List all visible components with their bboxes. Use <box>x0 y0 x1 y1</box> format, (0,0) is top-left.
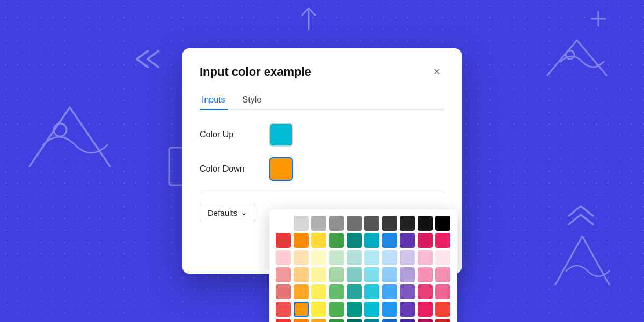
color-up-label: Color Up <box>200 130 269 140</box>
color-cell[interactable] <box>311 250 326 265</box>
color-down-label: Color Down <box>200 164 269 174</box>
color-cell[interactable] <box>418 267 433 282</box>
color-cell[interactable] <box>294 284 309 299</box>
color-cell[interactable] <box>347 284 362 299</box>
defaults-button[interactable]: Defaults ⌄ <box>200 203 255 222</box>
color-cell[interactable] <box>400 319 415 322</box>
modal-title: Input color example <box>200 65 311 79</box>
color-cell[interactable] <box>364 319 379 322</box>
color-cell[interactable] <box>382 216 397 231</box>
color-cell[interactable] <box>435 267 450 282</box>
color-cell[interactable] <box>329 267 344 282</box>
color-cell[interactable] <box>347 267 362 282</box>
color-cell[interactable] <box>400 267 415 282</box>
color-cell[interactable] <box>382 267 397 282</box>
color-picker-popup <box>269 209 457 322</box>
color-cell[interactable] <box>329 250 344 265</box>
color-cell[interactable] <box>400 302 415 317</box>
color-cell[interactable] <box>294 216 309 231</box>
color-cell[interactable] <box>418 302 433 317</box>
color-cell[interactable] <box>329 302 344 317</box>
color-cell[interactable] <box>329 233 344 248</box>
color-cell[interactable] <box>294 302 309 317</box>
color-cell[interactable] <box>276 233 291 248</box>
color-cell[interactable] <box>400 284 415 299</box>
color-grid <box>276 216 451 322</box>
color-cell[interactable] <box>435 233 450 248</box>
color-cell[interactable] <box>311 284 326 299</box>
close-button[interactable]: × <box>429 63 444 80</box>
color-cell[interactable] <box>435 302 450 317</box>
color-cell[interactable] <box>418 216 433 231</box>
color-cell[interactable] <box>364 267 379 282</box>
color-cell[interactable] <box>311 267 326 282</box>
color-cell[interactable] <box>364 216 379 231</box>
color-cell[interactable] <box>418 319 433 322</box>
color-cell[interactable] <box>347 233 362 248</box>
color-cell[interactable] <box>347 250 362 265</box>
tab-bar: Inputs Style <box>200 91 444 110</box>
color-cell[interactable] <box>418 284 433 299</box>
color-cell[interactable] <box>329 284 344 299</box>
color-cell[interactable] <box>329 216 344 231</box>
color-cell[interactable] <box>382 250 397 265</box>
color-cell[interactable] <box>435 284 450 299</box>
color-cell[interactable] <box>276 216 291 231</box>
color-cell[interactable] <box>435 250 450 265</box>
color-cell[interactable] <box>347 302 362 317</box>
color-up-row: Color Up <box>200 123 444 147</box>
chevron-down-icon: ⌄ <box>240 208 247 217</box>
color-cell[interactable] <box>382 319 397 322</box>
color-cell[interactable] <box>418 250 433 265</box>
color-cell[interactable] <box>294 319 309 322</box>
color-up-swatch[interactable] <box>269 123 293 147</box>
color-cell[interactable] <box>382 302 397 317</box>
modal-dialog: Input color example × Inputs Style Color… <box>182 48 462 274</box>
color-cell[interactable] <box>276 250 291 265</box>
color-cell[interactable] <box>347 216 362 231</box>
color-cell[interactable] <box>382 233 397 248</box>
color-cell[interactable] <box>311 216 326 231</box>
color-cell[interactable] <box>364 284 379 299</box>
color-cell[interactable] <box>329 319 344 322</box>
color-down-row: Color Down <box>200 157 444 181</box>
color-cell[interactable] <box>294 267 309 282</box>
defaults-label: Defaults <box>208 208 237 217</box>
color-cell[interactable] <box>364 250 379 265</box>
color-cell[interactable] <box>276 319 291 322</box>
color-cell[interactable] <box>294 250 309 265</box>
modal-header: Input color example × <box>200 63 444 80</box>
modal-overlay: Input color example × Inputs Style Color… <box>0 0 644 322</box>
color-cell[interactable] <box>311 302 326 317</box>
color-cell[interactable] <box>311 233 326 248</box>
color-cell[interactable] <box>364 233 379 248</box>
color-cell[interactable] <box>400 250 415 265</box>
color-cell[interactable] <box>418 233 433 248</box>
color-cell[interactable] <box>294 233 309 248</box>
color-cell[interactable] <box>276 302 291 317</box>
color-cell[interactable] <box>382 284 397 299</box>
color-cell[interactable] <box>311 319 326 322</box>
color-cell[interactable] <box>400 233 415 248</box>
color-cell[interactable] <box>400 216 415 231</box>
tab-style[interactable]: Style <box>240 91 264 110</box>
color-cell[interactable] <box>364 302 379 317</box>
color-down-swatch[interactable] <box>269 157 293 181</box>
color-cell[interactable] <box>276 267 291 282</box>
tab-inputs[interactable]: Inputs <box>200 91 228 110</box>
color-cell[interactable] <box>435 319 450 322</box>
color-cell[interactable] <box>276 284 291 299</box>
divider <box>200 192 444 192</box>
color-cell[interactable] <box>435 216 450 231</box>
color-cell[interactable] <box>347 319 362 322</box>
